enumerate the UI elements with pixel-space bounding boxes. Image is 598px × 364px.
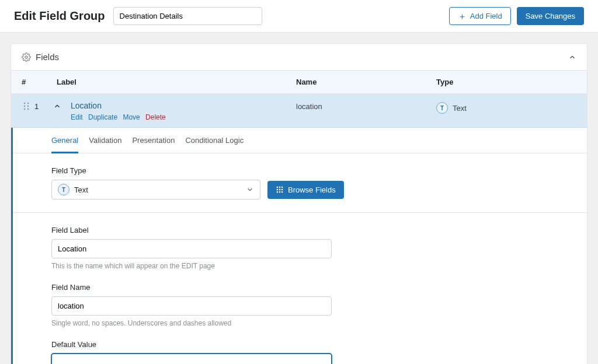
delete-link[interactable]: Delete <box>145 113 166 121</box>
plus-icon: ＋ <box>458 12 467 20</box>
editor-tabs: General Validation Presentation Conditio… <box>13 128 587 153</box>
svg-rect-8 <box>279 187 280 188</box>
svg-point-2 <box>27 103 29 104</box>
page-header: Edit Field Group ＋ Add Field Save Change… <box>0 0 598 33</box>
group-name-input[interactable] <box>113 7 262 25</box>
svg-rect-10 <box>277 189 278 190</box>
type-badge-icon: T <box>436 102 448 114</box>
svg-point-1 <box>24 103 25 104</box>
row-name: location <box>296 102 322 111</box>
field-row[interactable]: 1 Location Edit Duplicate Move Delete lo… <box>11 94 587 128</box>
edit-link[interactable]: Edit <box>71 113 83 121</box>
col-header-num: # <box>22 78 39 86</box>
tab-general[interactable]: General <box>51 128 78 153</box>
svg-rect-11 <box>279 189 280 190</box>
field-label-input[interactable] <box>51 239 332 258</box>
default-value-input[interactable] <box>51 354 332 364</box>
chevron-up-icon[interactable] <box>568 53 576 61</box>
browse-fields-label: Browse Fields <box>288 186 336 194</box>
col-header-name: Name <box>296 78 436 86</box>
svg-rect-12 <box>281 189 283 190</box>
svg-point-6 <box>27 108 29 110</box>
field-type-value: Text <box>74 186 88 194</box>
fields-table-header: # Label Name Type <box>11 71 587 94</box>
field-label-hint: This is the name which will appear on th… <box>51 262 548 270</box>
chevron-down-icon <box>246 186 254 194</box>
field-type-section: Field Type T Text <box>13 153 587 213</box>
svg-point-4 <box>27 106 29 107</box>
tab-presentation[interactable]: Presentation <box>132 128 175 153</box>
svg-rect-7 <box>277 187 278 188</box>
add-field-button[interactable]: ＋ Add Field <box>449 7 511 25</box>
drag-handle-icon[interactable] <box>22 101 31 110</box>
page-title: Edit Field Group <box>14 9 105 23</box>
field-label-label: Field Label <box>51 226 548 235</box>
field-type-select[interactable]: T Text <box>51 180 260 200</box>
row-name-cell: location <box>296 101 436 111</box>
field-name-hint: Single word, no spaces. Underscores and … <box>51 319 548 327</box>
save-label: Save Changes <box>526 12 575 20</box>
tab-conditional[interactable]: Conditional Logic <box>185 128 244 153</box>
field-type-label: Field Type <box>51 166 548 175</box>
row-index: 1 <box>34 101 43 111</box>
row-type: Text <box>453 104 467 113</box>
grid-icon <box>276 186 284 194</box>
row-actions: Edit Duplicate Move Delete <box>71 113 296 121</box>
svg-rect-15 <box>281 191 283 192</box>
row-type-cell: T Text <box>436 101 576 114</box>
chevron-up-icon[interactable] <box>53 101 71 110</box>
panel-header[interactable]: Fields <box>11 44 587 71</box>
duplicate-link[interactable]: Duplicate <box>88 113 117 121</box>
move-link[interactable]: Move <box>123 113 140 121</box>
type-badge-icon: T <box>58 184 69 195</box>
fields-panel: Fields # Label Name Type 1 Location Edit <box>11 43 587 364</box>
default-value-label: Default Value <box>51 340 548 349</box>
panel-title: Fields <box>36 52 59 62</box>
browse-fields-button[interactable]: Browse Fields <box>267 181 344 199</box>
svg-point-0 <box>25 56 27 58</box>
field-settings-section: Field Label This is the name which will … <box>13 213 587 364</box>
svg-rect-9 <box>281 187 283 188</box>
tab-validation[interactable]: Validation <box>89 128 121 153</box>
fields-icon <box>22 52 31 62</box>
field-name-input[interactable] <box>51 296 332 316</box>
field-label-link[interactable]: Location <box>71 101 102 110</box>
save-button[interactable]: Save Changes <box>517 7 584 25</box>
field-name-label: Field Name <box>51 283 548 292</box>
col-header-type: Type <box>436 78 576 86</box>
svg-rect-13 <box>277 191 278 192</box>
add-field-label: Add Field <box>470 12 502 20</box>
svg-rect-14 <box>279 191 280 192</box>
svg-point-3 <box>24 106 25 107</box>
header-actions: ＋ Add Field Save Changes <box>449 7 584 25</box>
field-editor: General Validation Presentation Conditio… <box>11 128 587 364</box>
col-header-label: Label <box>57 78 296 86</box>
svg-point-5 <box>24 108 25 110</box>
